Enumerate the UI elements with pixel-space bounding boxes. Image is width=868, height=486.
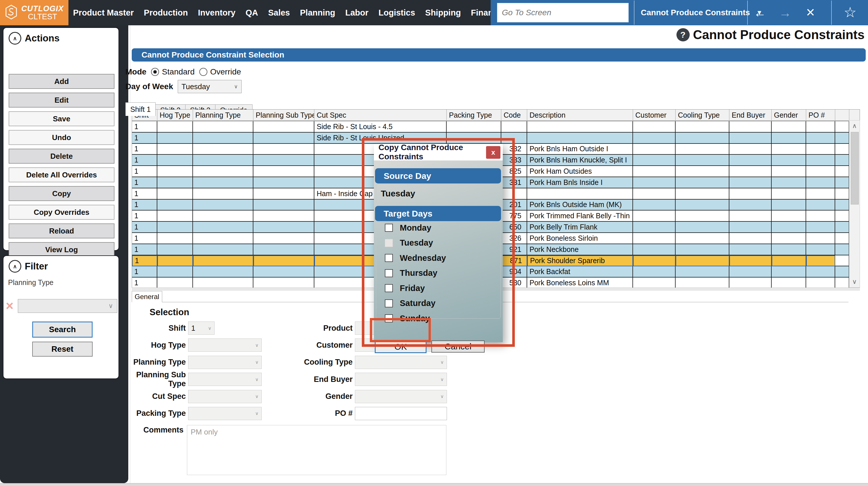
search-button[interactable]: Search: [32, 322, 93, 338]
column-header-planning-type[interactable]: Planning Type: [193, 110, 253, 121]
grid-header-row: ShiftHog TypePlanning TypePlanning Sub T…: [132, 109, 860, 121]
cut-spec-field[interactable]: ∨: [188, 390, 262, 403]
column-header-customer[interactable]: Customer: [633, 110, 676, 121]
grid-cell: [253, 222, 314, 233]
column-header-code[interactable]: Code: [501, 110, 527, 121]
column-header-hog-type[interactable]: Hog Type: [157, 110, 193, 121]
column-header-cut-spec[interactable]: Cut Spec: [314, 110, 447, 121]
collapse-filter-icon[interactable]: ∧: [9, 260, 21, 273]
favorite-star-icon[interactable]: ☆: [839, 4, 862, 21]
forward-arrow-icon[interactable]: →: [777, 5, 794, 20]
ok-button[interactable]: OK: [375, 340, 427, 353]
table-row[interactable]: 1Side Rib - St Louis - 4.5: [132, 121, 860, 132]
nav-item-qa[interactable]: QA: [246, 8, 258, 18]
shift-field[interactable]: 1∨: [188, 322, 215, 335]
copy-button[interactable]: Copy: [9, 186, 115, 201]
friday-checkbox[interactable]: [385, 284, 393, 292]
grid-vertical-scrollbar[interactable]: ∧ ∨: [849, 120, 860, 287]
nav-item-sales[interactable]: Sales: [268, 8, 290, 18]
nav-item-shipping[interactable]: Shipping: [425, 8, 461, 18]
mode-radio-standard[interactable]: Standard: [151, 67, 195, 77]
column-header-packing-type[interactable]: Packing Type: [447, 110, 501, 121]
tab-general[interactable]: General: [132, 291, 162, 302]
reload-button[interactable]: Reload: [9, 223, 115, 238]
po--field[interactable]: [355, 407, 447, 420]
nav-item-logistics[interactable]: Logistics: [378, 8, 415, 18]
clear-filter-icon[interactable]: ×: [6, 299, 13, 312]
grid-cell: [193, 266, 253, 277]
comments-label: Comments: [121, 426, 186, 434]
column-header-description[interactable]: Description: [527, 110, 633, 121]
po--label: PO #: [288, 409, 355, 418]
column-header-cooling-type[interactable]: Cooling Type: [676, 110, 730, 121]
hog-type-field[interactable]: ∨: [188, 338, 262, 352]
wednesday-checkbox[interactable]: [385, 254, 393, 262]
copy-constraints-dialog: Copy Cannot Produce Constraints x Source…: [374, 144, 503, 342]
cancel-button[interactable]: Cancel: [431, 340, 485, 353]
gender-field[interactable]: ∨: [355, 390, 447, 403]
planning-type-field[interactable]: ∨: [188, 356, 262, 369]
delete-all-overrides-button[interactable]: Delete All Overrides: [9, 168, 115, 182]
dialog-close-button[interactable]: x: [486, 146, 500, 159]
nav-item-production[interactable]: Production: [144, 8, 188, 18]
mode-radio-override[interactable]: Override: [199, 67, 241, 77]
grid-cell: Pork Trimmed Flank Belly -Thin: [527, 211, 633, 222]
column-header-filler[interactable]: [835, 110, 849, 121]
scroll-down-icon[interactable]: ∨: [849, 276, 860, 287]
goto-screen-search[interactable]: [497, 3, 629, 23]
column-header-planning-sub-type[interactable]: Planning Sub Type: [253, 110, 314, 121]
grid-cell: [806, 144, 835, 155]
column-header-end-buyer[interactable]: End Buyer: [730, 110, 772, 121]
close-screen-icon[interactable]: ×: [802, 4, 819, 20]
screen-selector-dropdown[interactable]: Cannot Produce Constraints ▼: [636, 0, 745, 25]
grid-cell: 1: [132, 200, 157, 211]
back-arrow-icon[interactable]: ←: [751, 5, 769, 20]
help-icon[interactable]: ?: [677, 28, 690, 41]
day-of-week-select[interactable]: Tuesday ∨: [178, 80, 242, 93]
table-row[interactable]: 1Side Rib - St Louis Unsized: [132, 132, 860, 144]
checkbox-label: Sunday: [400, 314, 430, 323]
tab-shift-1[interactable]: Shift 1: [125, 102, 156, 116]
goto-screen-input[interactable]: [497, 3, 628, 22]
nav-item-inventory[interactable]: Inventory: [198, 8, 236, 18]
day-of-week-value: Tuesday: [182, 82, 210, 91]
saturday-checkbox[interactable]: [385, 299, 393, 307]
mode-row: Mode StandardOverride: [125, 66, 241, 78]
packing-type-field[interactable]: ∨: [188, 407, 262, 420]
day-of-week-row: Day of Week Tuesday ∨: [125, 80, 242, 93]
cooling-type-field[interactable]: ∨: [355, 356, 447, 369]
grid-cell: [676, 255, 730, 267]
edit-button[interactable]: Edit: [9, 93, 115, 108]
nav-item-labor[interactable]: Labor: [345, 8, 368, 18]
end-buyer-field[interactable]: ∨: [355, 373, 447, 386]
grid-cell: [157, 277, 193, 289]
scroll-up-icon[interactable]: ∧: [849, 121, 860, 131]
undo-button[interactable]: Undo: [9, 130, 115, 145]
comments-textarea[interactable]: PM only: [187, 425, 446, 475]
column-header-po-[interactable]: PO #: [806, 110, 835, 121]
filter-panel: ∧ Filter: [3, 255, 119, 379]
grid-cell: Side Rib - St Louis Unsized: [314, 132, 447, 144]
planning-type-filter-select[interactable]: ∨: [18, 299, 117, 313]
nav-item-planning[interactable]: Planning: [300, 8, 335, 18]
column-header-gender[interactable]: Gender: [772, 110, 806, 121]
collapse-actions-icon[interactable]: ∧: [9, 32, 21, 44]
sunday-checkbox[interactable]: [385, 314, 393, 322]
grid-cell: [253, 277, 314, 289]
view-log-button[interactable]: View Log: [9, 242, 115, 257]
add-button[interactable]: Add: [9, 74, 115, 89]
environment-name: CLTEST: [28, 13, 57, 21]
horizontal-scrollbar[interactable]: [0, 483, 868, 486]
save-button[interactable]: Save: [9, 111, 115, 126]
thursday-checkbox[interactable]: [385, 269, 393, 277]
monday-checkbox[interactable]: [385, 224, 393, 232]
grid-cell: [835, 155, 849, 166]
delete-button[interactable]: Delete: [9, 149, 115, 164]
grid-cell: [633, 233, 676, 244]
scrollbar-thumb[interactable]: [851, 132, 859, 205]
planning-sub-type-field[interactable]: ∨: [188, 373, 262, 386]
grid-cell: [501, 188, 527, 200]
copy-overrides-button[interactable]: Copy Overrides: [9, 205, 115, 220]
nav-item-product-master[interactable]: Product Master: [73, 8, 134, 18]
reset-button[interactable]: Reset: [32, 342, 93, 357]
